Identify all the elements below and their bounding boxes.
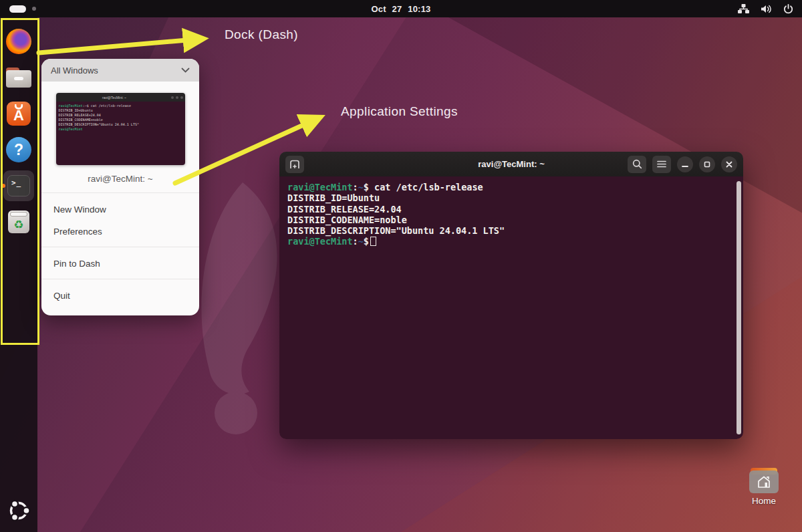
thumbnail-terminal-body: ravi@TecMint:~$ cat /etc/lsb-release DIS…: [56, 102, 185, 165]
annotation-dock-label: Dock (Dash): [225, 27, 298, 42]
main-menu-button[interactable]: [652, 156, 671, 173]
new-tab-icon: [289, 160, 300, 169]
menu-item-new-window[interactable]: New Window: [41, 198, 199, 221]
window-preview[interactable]: ravi@TecMint: ~ ravi@TecMint:~$ cat /etc…: [41, 93, 199, 165]
dock-item-terminal[interactable]: >_: [0, 168, 37, 204]
trash-icon: ♻: [8, 211, 29, 233]
terminal-output-line: DISTRIB_RELEASE=24.04: [287, 204, 735, 215]
all-windows-label: All Windows: [51, 65, 98, 76]
terminal-output-line: DISTRIB_CODENAME=noble: [287, 215, 735, 225]
dock-item-app-center[interactable]: A: [0, 96, 37, 132]
close-icon: [726, 161, 732, 168]
terminal-icon: >_: [7, 175, 30, 196]
annotation-settings-label: Application Settings: [341, 104, 458, 119]
all-windows-header[interactable]: All Windows: [41, 59, 199, 82]
menu-divider: [41, 192, 199, 193]
menu-item-preferences[interactable]: Preferences: [41, 221, 199, 243]
terminal-window: ravi@TecMint: ~: [279, 152, 743, 439]
thumbnail-titlebar: ravi@TecMint: ~: [56, 93, 185, 102]
dock-item-trash[interactable]: ♻: [0, 204, 37, 240]
firefox-icon: [6, 29, 31, 54]
system-tray[interactable]: [738, 4, 793, 14]
search-icon: [632, 159, 642, 169]
terminal-output-line: DISTRIB_ID=Ubuntu: [287, 192, 735, 203]
menu-divider: [41, 247, 199, 247]
volume-icon: [761, 4, 772, 14]
terminal-scrollbar[interactable]: [737, 181, 741, 434]
terminal-output-line: DISTRIB_DESCRIPTION="Ubuntu 24.04.1 LTS": [287, 225, 735, 236]
hamburger-menu-icon: [657, 160, 666, 168]
terminal-line-command: ravi@TecMint:~$ cat /etc/lsb-release: [287, 182, 735, 192]
network-icon: [738, 4, 749, 14]
files-icon: [6, 68, 31, 88]
minimize-icon: [682, 161, 688, 168]
dock: A ? >_ ♻: [0, 17, 37, 532]
search-button[interactable]: [628, 156, 646, 173]
show-apps-button[interactable]: [7, 499, 31, 525]
help-icon: ?: [6, 137, 31, 162]
app-center-icon: A: [7, 102, 31, 126]
home-icon-label: Home: [747, 496, 781, 506]
desktop: Oct 27 10:13: [0, 0, 802, 532]
ubuntu-logo-icon: [7, 499, 31, 523]
dock-item-files[interactable]: [0, 59, 37, 96]
app-context-menu: All Windows ravi@TecMint: ~ ravi@TecMint…: [41, 59, 199, 315]
clock[interactable]: Oct 27 10:13: [0, 4, 802, 14]
new-tab-button[interactable]: [285, 156, 304, 173]
thumbnail-window-buttons: [171, 96, 183, 99]
top-bar: Oct 27 10:13: [0, 0, 802, 17]
terminal-cursor: [370, 237, 376, 246]
home-folder-icon: [749, 468, 779, 493]
menu-item-pin-to-dash[interactable]: Pin to Dash: [41, 253, 199, 275]
terminal-body[interactable]: ravi@TecMint:~$ cat /etc/lsb-release DIS…: [279, 176, 743, 439]
power-icon: [783, 4, 793, 14]
minimize-button[interactable]: [677, 156, 693, 172]
dock-item-firefox[interactable]: [0, 23, 37, 59]
menu-divider: [41, 279, 199, 279]
running-indicator-dot: [1, 184, 5, 188]
window-preview-title: ravi@TecMint: ~: [41, 174, 199, 184]
desktop-home-icon[interactable]: Home: [747, 468, 781, 506]
maximize-button[interactable]: [699, 156, 715, 172]
house-glyph-icon: [757, 475, 771, 489]
maximize-icon: [704, 161, 710, 168]
dock-item-help[interactable]: ?: [0, 132, 37, 168]
menu-item-quit[interactable]: Quit: [41, 285, 199, 307]
close-button[interactable]: [721, 156, 737, 172]
terminal-line-prompt: ravi@TecMint:~$: [287, 236, 735, 247]
window-preview-thumbnail: ravi@TecMint: ~ ravi@TecMint:~$ cat /etc…: [56, 93, 185, 165]
chevron-down-icon: [181, 68, 190, 73]
terminal-titlebar[interactable]: ravi@TecMint: ~: [279, 152, 743, 176]
